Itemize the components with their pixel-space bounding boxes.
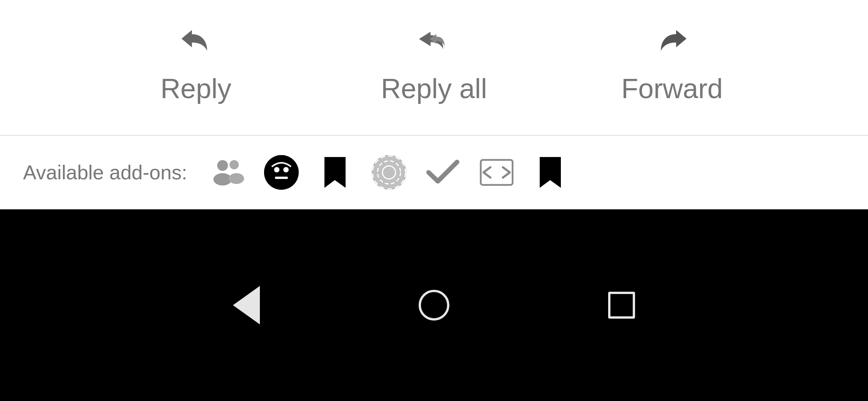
recents-square-icon — [608, 292, 635, 319]
addon-people-icon[interactable] — [210, 155, 245, 190]
reply-icon — [179, 23, 213, 65]
email-actions-bar: Reply Reply all Forward — [0, 0, 868, 135]
svg-point-2 — [229, 160, 239, 169]
android-nav-bar — [0, 209, 868, 401]
addon-candy-icon[interactable] — [372, 155, 406, 190]
svg-rect-12 — [481, 160, 513, 185]
addons-label: Available add-ons: — [23, 161, 187, 184]
back-chevron-icon — [233, 286, 260, 324]
forward-label: Forward — [621, 73, 723, 104]
addon-face-icon[interactable] — [264, 155, 299, 190]
svg-point-5 — [274, 167, 279, 172]
svg-point-0 — [217, 160, 228, 171]
reply-all-button[interactable]: Reply all — [376, 23, 492, 104]
reply-all-label: Reply all — [381, 73, 487, 104]
addon-bookmark-icon-1[interactable] — [318, 155, 353, 190]
forward-icon — [655, 23, 689, 65]
nav-back-button[interactable] — [233, 286, 260, 324]
addon-bookmark-icon-2[interactable] — [533, 155, 568, 190]
addons-icons-list — [210, 155, 568, 190]
reply-button[interactable]: Reply — [138, 23, 254, 104]
svg-point-3 — [229, 173, 244, 184]
svg-point-6 — [283, 167, 289, 172]
home-circle-icon — [419, 290, 449, 321]
reply-label: Reply — [161, 73, 231, 104]
svg-rect-7 — [275, 177, 288, 179]
reply-all-icon — [417, 23, 451, 65]
nav-home-button[interactable] — [419, 290, 449, 321]
nav-recents-button[interactable] — [608, 292, 635, 319]
addon-check-icon[interactable] — [426, 155, 460, 190]
addons-section: Available add-ons: — [0, 136, 868, 209]
addon-code-icon[interactable] — [479, 155, 514, 190]
forward-button[interactable]: Forward — [614, 23, 730, 104]
svg-point-4 — [264, 155, 299, 190]
